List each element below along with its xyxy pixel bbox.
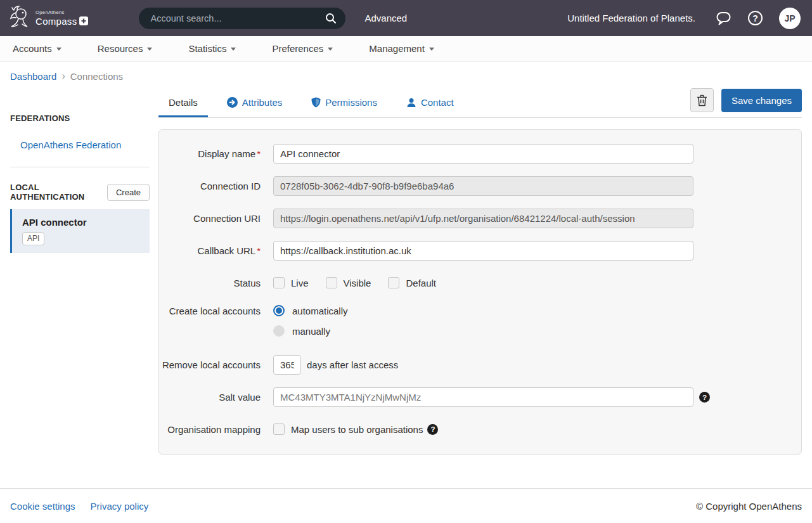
logo-text: OpenAthens Compass	[35, 10, 88, 26]
delete-connection-button[interactable]	[690, 88, 714, 112]
organisation-mapping-checkbox[interactable]	[273, 423, 285, 435]
status-visible-checkbox[interactable]	[326, 277, 337, 288]
status-options: Live Visible Default	[273, 277, 453, 288]
local-authentication-heading: LOCAL AUTHENTICATION	[10, 183, 107, 202]
display-name-label: Display name*	[159, 148, 273, 159]
salt-value-input[interactable]	[273, 387, 693, 407]
connection-type-badge: API	[22, 232, 44, 245]
main-panel: Details Attributes	[158, 88, 802, 455]
advanced-search-link[interactable]: Advanced	[364, 13, 407, 23]
owl-logo-icon	[6, 4, 32, 32]
menu-management[interactable]: Management	[369, 43, 434, 54]
chevron-down-icon	[56, 48, 61, 51]
tab-permissions-label: Permissions	[325, 97, 377, 108]
salt-value-help-icon[interactable]: ?	[699, 392, 710, 403]
status-live-checkbox[interactable]	[273, 277, 285, 288]
salt-value-row: Salt value ?	[159, 387, 801, 407]
chevron-down-icon	[231, 48, 236, 51]
topbar-right: Untitled Federation of Planets. ? JP	[567, 8, 801, 29]
salt-value-label: Salt value	[159, 392, 273, 403]
manually-label: manually	[292, 326, 330, 337]
shield-icon	[311, 97, 321, 108]
menu-preferences[interactable]: Preferences	[272, 43, 333, 54]
chevron-down-icon	[328, 48, 333, 51]
status-default-label: Default	[406, 278, 436, 288]
connection-name: API connector	[22, 217, 143, 228]
create-connection-button[interactable]: Create	[107, 184, 150, 201]
chevron-down-icon	[147, 48, 152, 51]
menu-accounts-label: Accounts	[13, 43, 52, 54]
tab-underline	[158, 117, 802, 118]
chat-bubble-icon	[716, 11, 731, 26]
required-marker: *	[257, 245, 261, 256]
menu-statistics[interactable]: Statistics	[188, 43, 236, 54]
page-footer: Cookie settings Privacy policy © Copyrig…	[0, 488, 812, 523]
breadcrumb-dashboard-link[interactable]: Dashboard	[10, 71, 56, 82]
user-avatar[interactable]: JP	[779, 8, 801, 29]
create-local-accounts-row: Create local accounts automatically manu…	[159, 305, 801, 337]
organisation-mapping-help-icon[interactable]: ?	[427, 424, 438, 435]
federation-name: Untitled Federation of Planets.	[567, 13, 695, 23]
callback-url-row: Callback URL*	[159, 241, 801, 261]
tab-row: Details Attributes	[158, 88, 802, 117]
arrow-right-circle-icon	[227, 97, 238, 108]
menu-resources[interactable]: Resources	[98, 43, 153, 54]
top-navbar: OpenAthens Compass	[0, 0, 812, 36]
callback-url-label: Callback URL*	[159, 245, 273, 256]
openathens-compass-logo[interactable]: OpenAthens Compass	[6, 4, 88, 32]
federations-heading: FEDERATIONS	[10, 113, 150, 123]
remove-local-accounts-label: Remove local accounts	[159, 359, 273, 370]
connection-id-input	[273, 176, 693, 196]
remove-local-accounts-row: Remove local accounts days after last ac…	[159, 355, 801, 375]
breadcrumb: Dashboard › Connections	[0, 61, 812, 88]
status-visible-label: Visible	[344, 278, 371, 288]
status-default-checkbox[interactable]	[388, 277, 399, 288]
tab-details[interactable]: Details	[158, 88, 208, 117]
search-button[interactable]	[324, 11, 338, 25]
remove-local-accounts-suffix: days after last access	[307, 359, 398, 370]
chevron-down-icon	[429, 48, 434, 51]
connection-id-row: Connection ID	[159, 176, 801, 196]
manually-radio[interactable]	[273, 325, 285, 337]
account-search-input[interactable]	[150, 13, 324, 23]
chat-button[interactable]	[716, 11, 731, 26]
menu-management-label: Management	[369, 43, 425, 54]
account-search	[139, 8, 345, 29]
breadcrumb-current: Connections	[70, 71, 123, 82]
required-marker: *	[257, 148, 261, 159]
brand-compass: Compass	[35, 16, 77, 26]
cookie-settings-link[interactable]: Cookie settings	[10, 501, 75, 512]
sidebar-item-api-connector[interactable]: API connector API	[10, 209, 150, 253]
person-icon	[406, 98, 416, 108]
connection-uri-row: Connection URI	[159, 209, 801, 228]
tabs: Details Attributes	[158, 88, 473, 117]
privacy-policy-link[interactable]: Privacy policy	[91, 501, 149, 512]
save-changes-button[interactable]: Save changes	[721, 89, 802, 112]
tab-contact[interactable]: Contact	[396, 88, 464, 117]
status-row: Status Live Visible Default	[159, 273, 801, 292]
tab-details-label: Details	[169, 97, 198, 108]
menu-resources-label: Resources	[98, 43, 143, 54]
brand-openathens: OpenAthens	[35, 10, 88, 15]
tab-attributes[interactable]: Attributes	[217, 88, 292, 117]
breadcrumb-separator: ›	[61, 70, 65, 82]
trash-icon	[697, 94, 707, 107]
organisation-mapping-checkbox-label: Map users to sub organisations	[291, 424, 423, 435]
automatically-radio[interactable]	[273, 305, 285, 316]
sidebar-item-openathens-federation[interactable]: OpenAthens Federation	[10, 139, 150, 150]
help-button[interactable]: ?	[748, 11, 763, 25]
tab-contact-label: Contact	[421, 97, 454, 108]
help-icon: ?	[748, 11, 763, 25]
display-name-input[interactable]	[273, 144, 693, 164]
remove-local-accounts-input[interactable]	[273, 355, 301, 375]
tab-permissions[interactable]: Permissions	[301, 88, 387, 117]
menu-statistics-label: Statistics	[188, 43, 226, 54]
connection-details-form: Display name* Connection ID Connection U…	[158, 129, 802, 455]
sidebar-divider	[10, 167, 150, 167]
page-actions: Save changes	[690, 88, 802, 117]
callback-url-input[interactable]	[273, 241, 693, 261]
connection-uri-label: Connection URI	[159, 213, 273, 224]
tab-attributes-label: Attributes	[242, 97, 282, 108]
display-name-row: Display name*	[159, 144, 801, 164]
menu-accounts[interactable]: Accounts	[13, 43, 61, 54]
